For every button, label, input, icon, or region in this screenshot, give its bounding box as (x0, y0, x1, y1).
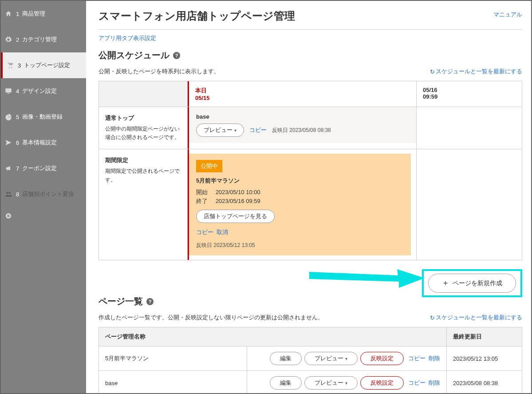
sidebar-item-design[interactable]: 4 デザイン設定 (1, 78, 86, 104)
cancel-link[interactable]: 取消 (217, 229, 228, 235)
pie-chart-icon (1, 113, 16, 120)
sidebar-item-categories[interactable]: 2 カテゴリ管理 (1, 27, 86, 52)
schedule-table: 本日 05/15 05/16 09:59 通常トップ 公開中の期間限定ページがな… (99, 81, 522, 260)
svg-rect-5 (7, 215, 9, 215)
normal-top-title: 通常トップ (105, 114, 181, 122)
delete-link[interactable]: 削除 (429, 379, 440, 386)
schedule-desc: 公開・反映したページを時系列に表示します。 (99, 68, 220, 76)
section-schedule-title: 公開スケジュール ? (99, 49, 522, 61)
sidebar-item-label: 商品管理 (22, 10, 83, 18)
sidebar-item-label: 画像・動画登録 (22, 113, 83, 121)
preview-button[interactable]: プレビュー (304, 352, 358, 365)
edit-button[interactable]: 編集 (270, 352, 302, 365)
delete-link[interactable]: 削除 (429, 355, 440, 362)
pagelist-desc: 作成したページ一覧です。公開・反映設定しない限りページの更新は公開されません。 (99, 314, 323, 322)
sidebar-item-label: 店舗別ポイント変倍 (22, 190, 83, 198)
copy-link[interactable]: コピー (196, 229, 213, 235)
reflect-date: 反映日 2023/05/08 08:38 (272, 127, 331, 134)
publish-badge: 公開中 (196, 160, 222, 172)
users-icon (1, 191, 16, 198)
create-new-page-button[interactable]: ＋ ページを新規作成 (428, 274, 516, 293)
next-time: 09:59 (423, 93, 516, 100)
list-icon[interactable] (1, 207, 16, 225)
base-page-name: base (196, 113, 409, 120)
sidebar-item-points[interactable]: 8 店舗別ポイント変倍 (1, 181, 86, 207)
sidebar-item-label: デザイン設定 (22, 87, 83, 95)
help-icon[interactable]: ? (173, 52, 180, 59)
svg-marker-8 (309, 269, 425, 288)
help-icon[interactable]: ? (146, 298, 154, 305)
sidebar-item-label: トップページ設定 (24, 61, 83, 69)
sidebar-item-label: カテゴリ管理 (22, 36, 83, 44)
callout-highlight-box: ＋ ページを新規作成 (422, 269, 522, 297)
home-icon (1, 10, 16, 17)
gear-icon (1, 36, 16, 43)
app-tab-settings-link[interactable]: アプリ用タブ表示設定 (99, 35, 156, 41)
campaign-name: 5月前半マラソン (196, 177, 404, 185)
copy-link[interactable]: コピー (408, 379, 426, 386)
next-date: 05/16 (423, 87, 516, 93)
svg-rect-6 (7, 215, 9, 216)
copy-link[interactable]: コピー (408, 355, 426, 362)
send-icon (1, 139, 16, 146)
limited-title: 期間限定 (105, 156, 181, 164)
row-name: base (99, 371, 247, 393)
page-title: スマートフォン用店舗トップページ管理 (99, 9, 295, 23)
svg-point-3 (9, 192, 11, 194)
cart-icon (3, 62, 18, 69)
refresh-pagelist-link[interactable]: スケジュールと一覧を最新にする (430, 314, 522, 322)
svg-rect-7 (7, 216, 9, 217)
sidebar-item-label: クーポン設定 (22, 164, 83, 172)
sidebar: 1 商品管理 2 カテゴリ管理 3 トップページ設定 4 デザイン設定 5 画像… (1, 1, 86, 393)
svg-rect-1 (7, 93, 9, 94)
today-date: 05/15 (195, 95, 410, 101)
row-date: 2023/05/12 13:05 (447, 346, 522, 371)
section-pagelist-title: ページ一覧 ? (99, 295, 154, 307)
col-date: 最終更新日 (447, 327, 522, 346)
monitor-icon (1, 88, 16, 95)
table-row: base編集プレビュー反映設定コピー 削除2023/05/08 08:38 (99, 371, 522, 393)
sidebar-item-basicinfo[interactable]: 6 基本情報設定 (1, 130, 86, 155)
svg-point-2 (6, 192, 8, 194)
refresh-schedule-link[interactable]: スケジュールと一覧を最新にする (430, 68, 522, 76)
edit-button[interactable]: 編集 (270, 376, 302, 390)
sidebar-item-coupon[interactable]: 7 クーポン設定 (1, 155, 86, 181)
sidebar-item-label: 基本情報設定 (22, 139, 83, 147)
copy-link[interactable]: コピー (249, 126, 267, 134)
limited-desc: 期間限定で公開されるページです。 (105, 167, 181, 184)
plus-icon: ＋ (442, 279, 449, 288)
reflect-date: 反映日 2023/05/12 13:05 (196, 242, 404, 249)
svg-rect-0 (5, 88, 11, 92)
main-content: スマートフォン用店舗トップページ管理 マニュアル アプリ用タブ表示設定 公開スケ… (86, 1, 531, 393)
sidebar-item-products[interactable]: 1 商品管理 (1, 1, 86, 27)
row-name: 5月前半マラソン (99, 346, 247, 371)
view-shop-top-button[interactable]: 店舗トップページを見る (196, 210, 275, 223)
preview-button[interactable]: プレビュー (196, 123, 244, 137)
page-list-table: ページ管理名称 最終更新日 5月前半マラソン編集プレビュー反映設定コピー 削除2… (99, 327, 522, 393)
col-name: ページ管理名称 (99, 327, 447, 346)
today-label: 本日 (195, 87, 410, 95)
table-row: 5月前半マラソン編集プレビュー反映設定コピー 削除2023/05/12 13:0… (99, 346, 522, 371)
base-page-card: base プレビュー コピー 反映日 2023/05/08 08:38 (189, 107, 416, 143)
sidebar-item-media[interactable]: 5 画像・動画登録 (1, 104, 86, 130)
manual-link[interactable]: マニュアル (493, 11, 522, 19)
sidebar-item-toppage[interactable]: 3 トップページ設定 (1, 52, 86, 78)
reflect-settings-button[interactable]: 反映設定 (360, 352, 404, 365)
row-date: 2023/05/08 08:38 (447, 371, 522, 393)
megaphone-icon (1, 165, 16, 172)
reflect-settings-button[interactable]: 反映設定 (360, 376, 404, 390)
callout-arrow-icon (309, 264, 425, 289)
preview-button[interactable]: プレビュー (304, 376, 358, 390)
divider (99, 29, 522, 30)
normal-top-desc: 公開中の期間限定ページがない場合に公開されるページです。 (105, 125, 181, 142)
campaign-card: 公開中 5月前半マラソン 開始 2023/05/10 10:00 終了 2023… (189, 154, 411, 255)
